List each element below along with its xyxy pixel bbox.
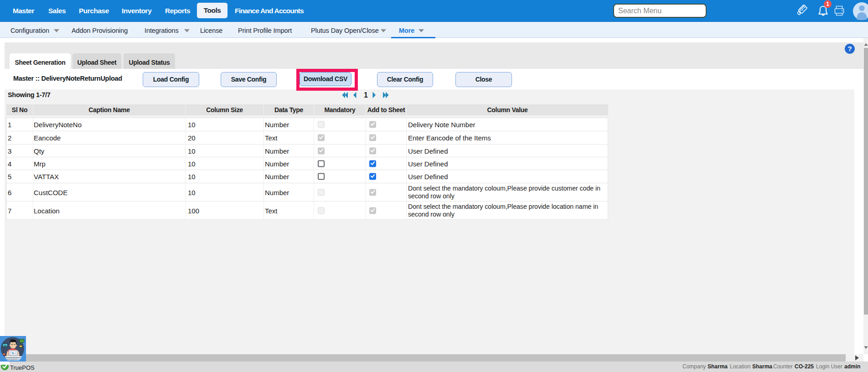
svg-text:1: 1 [826,1,829,7]
svg-text:1: 1 [364,91,368,99]
